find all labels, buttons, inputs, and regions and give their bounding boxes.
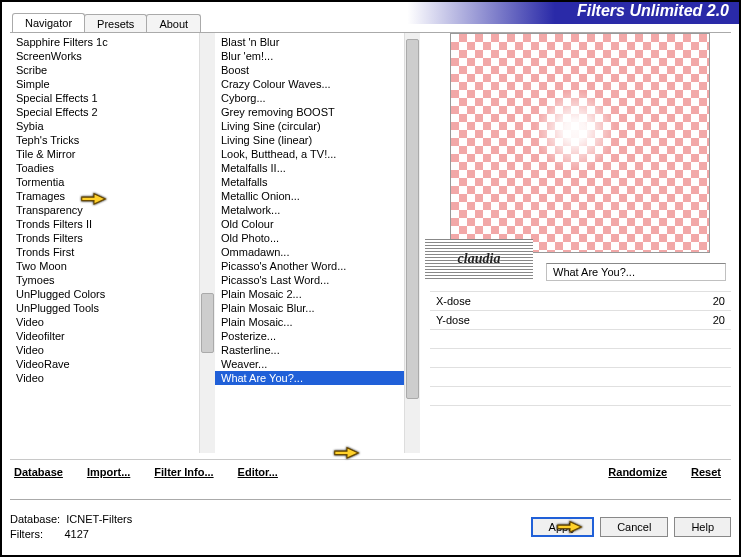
parameter-row-empty (430, 330, 731, 349)
list-item[interactable]: Tymoes (10, 273, 199, 287)
list-item[interactable]: Sapphire Filters 1c (10, 35, 199, 49)
list-item[interactable]: Tronds Filters II (10, 217, 199, 231)
param-value: 20 (695, 295, 725, 307)
list-item[interactable]: Living Sine (circular) (215, 119, 404, 133)
link-row: Database Import... Filter Info... Editor… (10, 459, 731, 478)
list-item[interactable]: Video (10, 371, 199, 385)
list-item[interactable]: Living Sine (linear) (215, 133, 404, 147)
db-label: Database: (10, 513, 60, 525)
list-item[interactable]: Old Colour (215, 217, 404, 231)
list-item[interactable]: Metalwork... (215, 203, 404, 217)
list-item[interactable]: Tronds Filters (10, 231, 199, 245)
list-item[interactable]: Plain Mosaic... (215, 315, 404, 329)
main-panel: Sapphire Filters 1cScreenWorksScribeSimp… (10, 32, 731, 489)
list-item[interactable]: Plain Mosaic 2... (215, 287, 404, 301)
list-item[interactable]: Video (10, 315, 199, 329)
help-button[interactable]: Help (674, 517, 731, 537)
list-item[interactable]: Metalfalls (215, 175, 404, 189)
category-scrollbar[interactable] (199, 33, 215, 453)
tab-about[interactable]: About (146, 14, 201, 33)
list-item[interactable]: Tormentia (10, 175, 199, 189)
filter-list-pane: Blast 'n BlurBlur 'em!...BoostCrazy Colo… (215, 33, 420, 453)
editor-link[interactable]: Editor... (238, 466, 278, 478)
app-title: Filters Unlimited 2.0 (577, 2, 729, 20)
filter-info-link[interactable]: Filter Info... (154, 466, 213, 478)
filter-list[interactable]: Blast 'n BlurBlur 'em!...BoostCrazy Colo… (215, 33, 404, 453)
list-item[interactable]: Simple (10, 77, 199, 91)
database-link[interactable]: Database (14, 466, 63, 478)
param-name: X-dose (436, 295, 471, 307)
list-item[interactable]: Special Effects 1 (10, 91, 199, 105)
list-item[interactable]: Weaver... (215, 357, 404, 371)
list-item[interactable]: Videofilter (10, 329, 199, 343)
list-item[interactable]: Tronds First (10, 245, 199, 259)
parameter-table: X-dose20Y-dose20 (430, 291, 731, 406)
list-item[interactable]: Old Photo... (215, 231, 404, 245)
list-item[interactable]: Tramages (10, 189, 199, 203)
import-link[interactable]: Import... (87, 466, 130, 478)
list-item[interactable]: Tile & Mirror (10, 147, 199, 161)
list-item[interactable]: Sybia (10, 119, 199, 133)
list-item[interactable]: VideoRave (10, 357, 199, 371)
list-item[interactable]: UnPlugged Tools (10, 301, 199, 315)
list-item[interactable]: Scribe (10, 63, 199, 77)
list-item[interactable]: Rasterline... (215, 343, 404, 357)
filter-scrollbar[interactable] (404, 33, 420, 453)
list-item[interactable]: Blur 'em!... (215, 49, 404, 63)
list-item[interactable]: Picasso's Last Word... (215, 273, 404, 287)
parameter-row[interactable]: X-dose20 (430, 292, 731, 311)
parameter-row[interactable]: Y-dose20 (430, 311, 731, 330)
list-item[interactable]: Picasso's Another Word... (215, 259, 404, 273)
list-item[interactable]: Special Effects 2 (10, 105, 199, 119)
list-item[interactable]: Ommadawn... (215, 245, 404, 259)
list-item[interactable]: Two Moon (10, 259, 199, 273)
watermark-overlay: claudia (425, 239, 533, 279)
footer-info: Database: ICNET-Filters Filters: 4127 (10, 512, 132, 542)
list-item[interactable]: Metallic Onion... (215, 189, 404, 203)
list-item[interactable]: Look, Butthead, a TV!... (215, 147, 404, 161)
apply-button[interactable]: Apply (531, 517, 595, 537)
filters-label: Filters: (10, 528, 43, 540)
filters-value: 4127 (64, 528, 88, 540)
param-value: 20 (695, 314, 725, 326)
footer-bar: Database: ICNET-Filters Filters: 4127 Ap… (10, 499, 731, 547)
list-item[interactable]: Boost (215, 63, 404, 77)
list-item[interactable]: Crazy Colour Waves... (215, 77, 404, 91)
reset-link[interactable]: Reset (691, 466, 721, 478)
category-list[interactable]: Sapphire Filters 1cScreenWorksScribeSimp… (10, 33, 199, 453)
list-item[interactable]: Cyborg... (215, 91, 404, 105)
list-item[interactable]: Video (10, 343, 199, 357)
param-name: Y-dose (436, 314, 470, 326)
list-item[interactable]: Plain Mosaic Blur... (215, 301, 404, 315)
list-item[interactable]: ScreenWorks (10, 49, 199, 63)
list-item[interactable]: Posterize... (215, 329, 404, 343)
list-item[interactable]: UnPlugged Colors (10, 287, 199, 301)
tab-strip: Navigator Presets About (12, 13, 200, 32)
list-item[interactable]: Toadies (10, 161, 199, 175)
tab-navigator[interactable]: Navigator (12, 13, 85, 32)
tab-presets[interactable]: Presets (84, 14, 147, 33)
list-item[interactable]: Teph's Tricks (10, 133, 199, 147)
list-item[interactable]: Grey removing BOOST (215, 105, 404, 119)
preview-image (450, 33, 710, 253)
parameter-row-empty (430, 349, 731, 368)
randomize-link[interactable]: Randomize (608, 466, 667, 478)
parameter-row-empty (430, 368, 731, 387)
list-item[interactable]: Transparency (10, 203, 199, 217)
category-list-pane: Sapphire Filters 1cScreenWorksScribeSimp… (10, 33, 215, 453)
list-item[interactable]: What Are You?... (215, 371, 404, 385)
parameter-row-empty (430, 387, 731, 406)
list-item[interactable]: Blast 'n Blur (215, 35, 404, 49)
filter-name-field[interactable]: What Are You?... (546, 263, 726, 281)
list-item[interactable]: Metalfalls II... (215, 161, 404, 175)
db-value: ICNET-Filters (66, 513, 132, 525)
cancel-button[interactable]: Cancel (600, 517, 668, 537)
